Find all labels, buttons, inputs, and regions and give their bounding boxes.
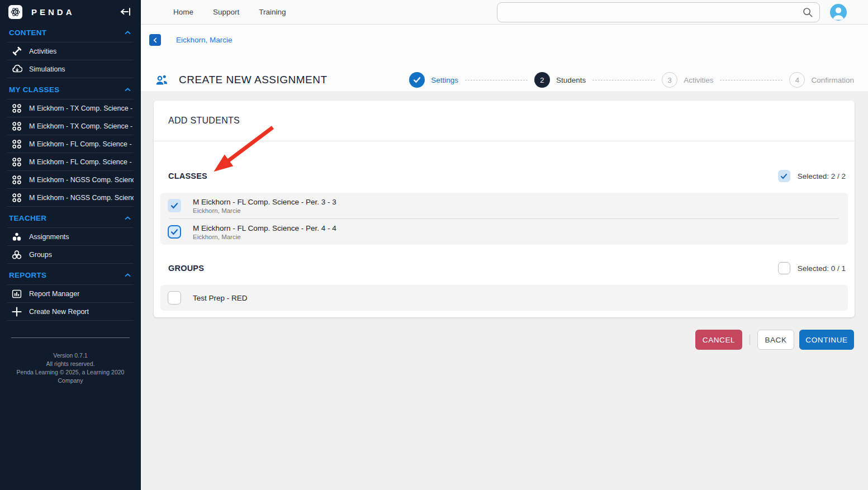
- cancel-button[interactable]: CANCEL: [695, 330, 742, 350]
- breadcrumb: Eickhorn, Marcie: [149, 34, 233, 46]
- step-number: 2: [534, 72, 550, 88]
- class-icon: [11, 121, 22, 131]
- sidebar-item-class-2[interactable]: M Eickhorn - TX Comp. Science - ...: [7, 117, 134, 135]
- user-avatar[interactable]: [830, 4, 847, 21]
- penda-logo-icon: [8, 5, 22, 19]
- back-icon[interactable]: [149, 34, 161, 46]
- sidebar-item-label: Groups: [29, 251, 52, 259]
- class-icon: [11, 139, 22, 149]
- search-icon[interactable]: [802, 7, 813, 18]
- collapse-sidebar-icon[interactable]: [118, 6, 132, 17]
- classes-selected-count: Selected: 2 / 2: [798, 172, 846, 180]
- groups-heading: GROUPS: [168, 264, 204, 273]
- section-label: CONTENT: [9, 28, 46, 37]
- page-header-band: Eickhorn, Marcie CREATE NEW ASSIGNMENT S…: [141, 25, 868, 91]
- report-manager-icon: [11, 289, 22, 299]
- group-row-1[interactable]: Test Prep - RED: [160, 285, 848, 311]
- section-label: REPORTS: [9, 271, 46, 279]
- topbar: Home Support Training: [141, 0, 868, 25]
- logo-text: PENDA: [31, 7, 75, 17]
- class-row-subtitle: Eickhorn, Marcie: [193, 234, 336, 240]
- sidebar-section-my-classes[interactable]: MY CLASSES: [0, 80, 141, 99]
- section-label: TEACHER: [9, 214, 46, 222]
- group-row-1-checkbox[interactable]: [168, 291, 181, 305]
- stepper-connector: [720, 80, 782, 80]
- stepper-connector: [465, 80, 528, 80]
- nav-home[interactable]: Home: [173, 8, 193, 16]
- sidebar-item-label: Create New Report: [29, 308, 89, 316]
- sidebar-item-report-manager[interactable]: Report Manager: [7, 284, 134, 302]
- chevron-up-icon: [125, 88, 131, 92]
- sidebar-item-class-1[interactable]: M Eickhorn - TX Comp. Science - ...: [7, 99, 134, 117]
- chevron-up-icon: [125, 216, 131, 220]
- class-row-title: M Eickhorn - FL Comp. Science - Per. 4 -…: [193, 224, 336, 232]
- classes-list: M Eickhorn - FL Comp. Science - Per. 3 -…: [160, 193, 848, 245]
- groups-icon: [11, 250, 22, 260]
- class-row-1[interactable]: M Eickhorn - FL Comp. Science - Per. 3 -…: [160, 193, 848, 218]
- sidebar-header: PENDA: [0, 0, 141, 23]
- class-row-1-checkbox[interactable]: [168, 199, 181, 212]
- nav-training[interactable]: Training: [259, 8, 286, 16]
- class-icon: [11, 193, 22, 203]
- class-row-subtitle: Eickhorn, Marcie: [193, 207, 336, 214]
- sidebar-section-content[interactable]: CONTENT: [0, 23, 141, 42]
- step-label: Confirmation: [811, 76, 854, 84]
- button-divider: [750, 335, 750, 345]
- rights-text: All rights reserved.: [10, 360, 131, 368]
- version-text: Version 0.7.1: [10, 351, 131, 360]
- class-row-2-checkbox[interactable]: [168, 225, 181, 239]
- sidebar-item-create-new-report[interactable]: Create New Report: [7, 302, 134, 320]
- sidebar-item-label: Report Manager: [29, 290, 79, 298]
- action-bar: CANCEL BACK CONTINUE: [695, 330, 854, 350]
- stepper: Settings 2 Students 3 Activities 4 Confi…: [409, 72, 854, 88]
- sidebar-section-reports[interactable]: REPORTS: [0, 266, 141, 284]
- groups-list: Test Prep - RED: [160, 285, 848, 311]
- groups-selected-count: Selected: 0 / 1: [798, 264, 846, 273]
- continue-button[interactable]: CONTINUE: [799, 330, 854, 350]
- nav-support[interactable]: Support: [213, 8, 239, 16]
- page-title: CREATE NEW ASSIGNMENT: [179, 74, 328, 86]
- groups-select-all-checkbox[interactable]: [778, 262, 790, 274]
- stepper-connector: [592, 80, 655, 80]
- search-input[interactable]: [497, 2, 820, 22]
- classes-select-all-checkbox[interactable]: [778, 170, 790, 182]
- sidebar-item-label: Simulations: [29, 65, 65, 73]
- step-label: Students: [556, 76, 586, 84]
- sidebar-item-label: Activities: [29, 47, 56, 55]
- breadcrumb-link[interactable]: Eickhorn, Marcie: [176, 36, 233, 44]
- chevron-up-icon: [125, 31, 131, 35]
- sidebar-footer-divider: [11, 337, 130, 338]
- class-row-2[interactable]: M Eickhorn - FL Comp. Science - Per. 4 -…: [160, 219, 848, 245]
- step-label: Settings: [431, 76, 458, 84]
- sidebar-item-label: M Eickhorn - FL Comp. Science - ...: [29, 158, 134, 166]
- sidebar: PENDA CONTENT Activities S: [0, 0, 141, 490]
- step-students[interactable]: 2 Students: [534, 72, 586, 88]
- sidebar-item-assignments[interactable]: Assignments: [7, 227, 134, 245]
- sidebar-footer: Version 0.7.1 All rights reserved. Penda…: [0, 351, 141, 385]
- sidebar-item-class-6[interactable]: M Eickhorn - NGSS Comp. Scienc...: [7, 188, 134, 206]
- sidebar-section-teacher[interactable]: TEACHER: [0, 209, 141, 227]
- sidebar-item-class-3[interactable]: M Eickhorn - FL Comp. Science - ...: [7, 135, 134, 153]
- assignments-icon: [11, 232, 22, 242]
- step-number: 4: [789, 72, 805, 88]
- section-label: MY CLASSES: [9, 85, 60, 94]
- sidebar-item-label: M Eickhorn - NGSS Comp. Scienc...: [29, 176, 134, 184]
- classes-heading: CLASSES: [168, 172, 207, 180]
- step-activities[interactable]: 3 Activities: [662, 72, 713, 88]
- step-complete-check-icon: [409, 72, 425, 88]
- group-row-title: Test Prep - RED: [193, 294, 248, 302]
- search-bar: [497, 2, 820, 22]
- sidebar-item-label: Assignments: [29, 233, 69, 241]
- sidebar-item-groups[interactable]: Groups: [7, 245, 134, 263]
- sidebar-item-class-4[interactable]: M Eickhorn - FL Comp. Science - ...: [7, 153, 134, 170]
- sidebar-item-label: M Eickhorn - TX Comp. Science - ...: [29, 122, 134, 130]
- back-button[interactable]: BACK: [757, 330, 794, 350]
- step-confirmation[interactable]: 4 Confirmation: [789, 72, 854, 88]
- sidebar-item-label: M Eickhorn - NGSS Comp. Scienc...: [29, 194, 134, 202]
- sidebar-item-activities[interactable]: Activities: [7, 42, 134, 60]
- sidebar-item-class-5[interactable]: M Eickhorn - NGSS Comp. Scienc...: [7, 170, 134, 188]
- class-icon: [11, 103, 22, 113]
- simulations-icon: [11, 64, 22, 74]
- step-settings[interactable]: Settings: [409, 72, 458, 88]
- sidebar-item-simulations[interactable]: Simulations: [7, 60, 134, 78]
